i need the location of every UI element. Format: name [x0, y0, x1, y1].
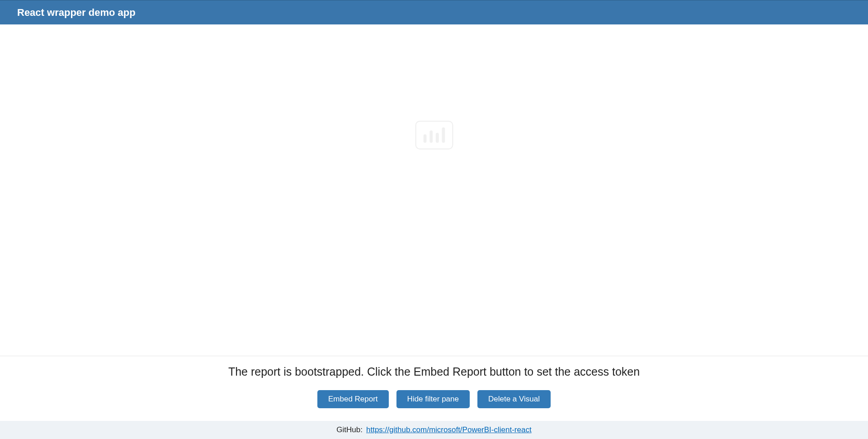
delete-visual-button[interactable]: Delete a Visual	[477, 390, 551, 408]
app-title: React wrapper demo app	[17, 7, 136, 19]
svg-rect-0	[415, 121, 453, 148]
footer: GitHub: https://github.com/microsoft/Pow…	[0, 421, 868, 439]
status-section: The report is bootstrapped. Click the Em…	[0, 356, 868, 421]
footer-label: GitHub:	[336, 425, 363, 434]
report-embed-container	[0, 24, 868, 356]
action-button-row: Embed Report Hide filter pane Delete a V…	[317, 390, 551, 408]
github-link[interactable]: https://github.com/microsoft/PowerBI-cli…	[366, 425, 532, 434]
powerbi-logo-icon	[415, 120, 453, 152]
status-message: The report is bootstrapped. Click the Em…	[228, 365, 640, 378]
app-header: React wrapper demo app	[0, 0, 868, 24]
hide-filter-pane-button[interactable]: Hide filter pane	[396, 390, 470, 408]
embed-report-button[interactable]: Embed Report	[317, 390, 389, 408]
